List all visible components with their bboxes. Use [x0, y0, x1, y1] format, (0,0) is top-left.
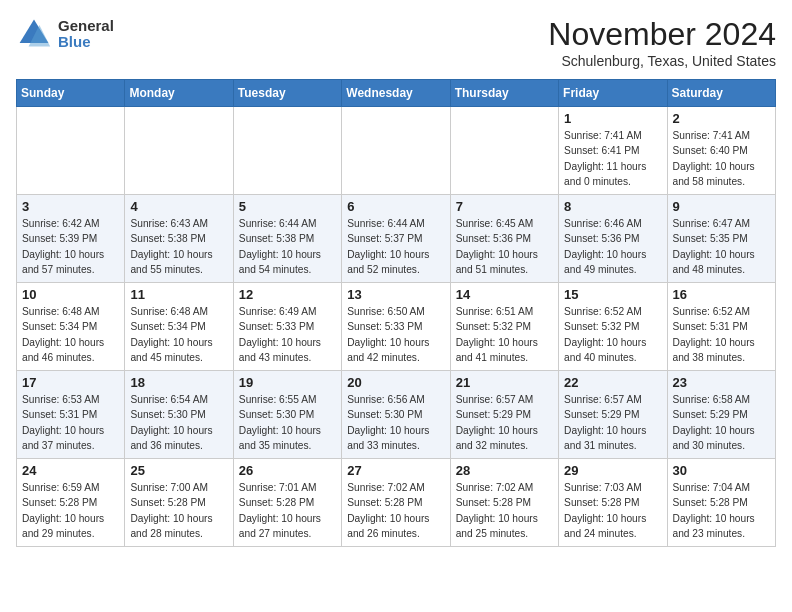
- calendar: SundayMondayTuesdayWednesdayThursdayFrid…: [16, 79, 776, 547]
- day-info: Sunrise: 6:50 AM Sunset: 5:33 PM Dayligh…: [347, 304, 444, 365]
- calendar-cell: 17Sunrise: 6:53 AM Sunset: 5:31 PM Dayli…: [17, 371, 125, 459]
- calendar-cell: 25Sunrise: 7:00 AM Sunset: 5:28 PM Dayli…: [125, 459, 233, 547]
- day-number: 9: [673, 199, 770, 214]
- day-number: 1: [564, 111, 661, 126]
- day-header-sunday: Sunday: [17, 80, 125, 107]
- day-number: 27: [347, 463, 444, 478]
- day-info: Sunrise: 6:48 AM Sunset: 5:34 PM Dayligh…: [22, 304, 119, 365]
- day-info: Sunrise: 7:00 AM Sunset: 5:28 PM Dayligh…: [130, 480, 227, 541]
- title-block: November 2024 Schulenburg, Texas, United…: [548, 16, 776, 69]
- day-number: 5: [239, 199, 336, 214]
- header: General Blue November 2024 Schulenburg, …: [16, 16, 776, 69]
- calendar-cell: 13Sunrise: 6:50 AM Sunset: 5:33 PM Dayli…: [342, 283, 450, 371]
- calendar-cell: [342, 107, 450, 195]
- calendar-cell: 2Sunrise: 7:41 AM Sunset: 6:40 PM Daylig…: [667, 107, 775, 195]
- calendar-cell: 6Sunrise: 6:44 AM Sunset: 5:37 PM Daylig…: [342, 195, 450, 283]
- day-number: 29: [564, 463, 661, 478]
- day-info: Sunrise: 7:01 AM Sunset: 5:28 PM Dayligh…: [239, 480, 336, 541]
- day-header-monday: Monday: [125, 80, 233, 107]
- day-info: Sunrise: 6:57 AM Sunset: 5:29 PM Dayligh…: [564, 392, 661, 453]
- calendar-cell: 22Sunrise: 6:57 AM Sunset: 5:29 PM Dayli…: [559, 371, 667, 459]
- day-number: 24: [22, 463, 119, 478]
- calendar-cell: 27Sunrise: 7:02 AM Sunset: 5:28 PM Dayli…: [342, 459, 450, 547]
- day-info: Sunrise: 6:46 AM Sunset: 5:36 PM Dayligh…: [564, 216, 661, 277]
- calendar-cell: 19Sunrise: 6:55 AM Sunset: 5:30 PM Dayli…: [233, 371, 341, 459]
- logo: General Blue: [16, 16, 114, 52]
- day-number: 28: [456, 463, 553, 478]
- day-header-friday: Friday: [559, 80, 667, 107]
- calendar-cell: 20Sunrise: 6:56 AM Sunset: 5:30 PM Dayli…: [342, 371, 450, 459]
- day-number: 26: [239, 463, 336, 478]
- day-number: 12: [239, 287, 336, 302]
- day-number: 6: [347, 199, 444, 214]
- day-info: Sunrise: 6:43 AM Sunset: 5:38 PM Dayligh…: [130, 216, 227, 277]
- calendar-cell: 3Sunrise: 6:42 AM Sunset: 5:39 PM Daylig…: [17, 195, 125, 283]
- day-info: Sunrise: 6:57 AM Sunset: 5:29 PM Dayligh…: [456, 392, 553, 453]
- calendar-cell: [233, 107, 341, 195]
- day-number: 10: [22, 287, 119, 302]
- day-number: 3: [22, 199, 119, 214]
- day-info: Sunrise: 7:04 AM Sunset: 5:28 PM Dayligh…: [673, 480, 770, 541]
- day-info: Sunrise: 6:58 AM Sunset: 5:29 PM Dayligh…: [673, 392, 770, 453]
- day-info: Sunrise: 6:44 AM Sunset: 5:37 PM Dayligh…: [347, 216, 444, 277]
- calendar-cell: [450, 107, 558, 195]
- calendar-cell: 9Sunrise: 6:47 AM Sunset: 5:35 PM Daylig…: [667, 195, 775, 283]
- day-header-wednesday: Wednesday: [342, 80, 450, 107]
- calendar-cell: 10Sunrise: 6:48 AM Sunset: 5:34 PM Dayli…: [17, 283, 125, 371]
- calendar-cell: 30Sunrise: 7:04 AM Sunset: 5:28 PM Dayli…: [667, 459, 775, 547]
- day-number: 23: [673, 375, 770, 390]
- day-info: Sunrise: 6:53 AM Sunset: 5:31 PM Dayligh…: [22, 392, 119, 453]
- day-info: Sunrise: 6:52 AM Sunset: 5:31 PM Dayligh…: [673, 304, 770, 365]
- calendar-cell: 21Sunrise: 6:57 AM Sunset: 5:29 PM Dayli…: [450, 371, 558, 459]
- calendar-cell: 15Sunrise: 6:52 AM Sunset: 5:32 PM Dayli…: [559, 283, 667, 371]
- day-number: 21: [456, 375, 553, 390]
- day-info: Sunrise: 6:45 AM Sunset: 5:36 PM Dayligh…: [456, 216, 553, 277]
- calendar-cell: 14Sunrise: 6:51 AM Sunset: 5:32 PM Dayli…: [450, 283, 558, 371]
- day-info: Sunrise: 6:56 AM Sunset: 5:30 PM Dayligh…: [347, 392, 444, 453]
- day-number: 17: [22, 375, 119, 390]
- day-info: Sunrise: 6:48 AM Sunset: 5:34 PM Dayligh…: [130, 304, 227, 365]
- day-info: Sunrise: 7:41 AM Sunset: 6:41 PM Dayligh…: [564, 128, 661, 189]
- day-info: Sunrise: 6:52 AM Sunset: 5:32 PM Dayligh…: [564, 304, 661, 365]
- logo-text: General Blue: [58, 18, 114, 51]
- day-info: Sunrise: 7:03 AM Sunset: 5:28 PM Dayligh…: [564, 480, 661, 541]
- logo-icon: [16, 16, 52, 52]
- calendar-cell: 29Sunrise: 7:03 AM Sunset: 5:28 PM Dayli…: [559, 459, 667, 547]
- day-number: 18: [130, 375, 227, 390]
- day-number: 22: [564, 375, 661, 390]
- calendar-week-1: 1Sunrise: 7:41 AM Sunset: 6:41 PM Daylig…: [17, 107, 776, 195]
- calendar-cell: [17, 107, 125, 195]
- calendar-cell: 8Sunrise: 6:46 AM Sunset: 5:36 PM Daylig…: [559, 195, 667, 283]
- calendar-cell: 1Sunrise: 7:41 AM Sunset: 6:41 PM Daylig…: [559, 107, 667, 195]
- calendar-cell: 16Sunrise: 6:52 AM Sunset: 5:31 PM Dayli…: [667, 283, 775, 371]
- calendar-cell: 4Sunrise: 6:43 AM Sunset: 5:38 PM Daylig…: [125, 195, 233, 283]
- day-info: Sunrise: 7:02 AM Sunset: 5:28 PM Dayligh…: [347, 480, 444, 541]
- month-title: November 2024: [548, 16, 776, 53]
- calendar-cell: 18Sunrise: 6:54 AM Sunset: 5:30 PM Dayli…: [125, 371, 233, 459]
- day-header-saturday: Saturday: [667, 80, 775, 107]
- day-info: Sunrise: 6:51 AM Sunset: 5:32 PM Dayligh…: [456, 304, 553, 365]
- logo-general-label: General: [58, 18, 114, 35]
- day-number: 13: [347, 287, 444, 302]
- day-header-tuesday: Tuesday: [233, 80, 341, 107]
- day-number: 16: [673, 287, 770, 302]
- day-number: 19: [239, 375, 336, 390]
- calendar-cell: 7Sunrise: 6:45 AM Sunset: 5:36 PM Daylig…: [450, 195, 558, 283]
- calendar-week-5: 24Sunrise: 6:59 AM Sunset: 5:28 PM Dayli…: [17, 459, 776, 547]
- calendar-week-2: 3Sunrise: 6:42 AM Sunset: 5:39 PM Daylig…: [17, 195, 776, 283]
- day-number: 30: [673, 463, 770, 478]
- day-info: Sunrise: 6:55 AM Sunset: 5:30 PM Dayligh…: [239, 392, 336, 453]
- calendar-week-4: 17Sunrise: 6:53 AM Sunset: 5:31 PM Dayli…: [17, 371, 776, 459]
- calendar-cell: 12Sunrise: 6:49 AM Sunset: 5:33 PM Dayli…: [233, 283, 341, 371]
- day-number: 20: [347, 375, 444, 390]
- day-info: Sunrise: 7:02 AM Sunset: 5:28 PM Dayligh…: [456, 480, 553, 541]
- day-info: Sunrise: 6:54 AM Sunset: 5:30 PM Dayligh…: [130, 392, 227, 453]
- day-header-thursday: Thursday: [450, 80, 558, 107]
- day-number: 25: [130, 463, 227, 478]
- day-info: Sunrise: 7:41 AM Sunset: 6:40 PM Dayligh…: [673, 128, 770, 189]
- day-info: Sunrise: 6:42 AM Sunset: 5:39 PM Dayligh…: [22, 216, 119, 277]
- location: Schulenburg, Texas, United States: [548, 53, 776, 69]
- day-info: Sunrise: 6:44 AM Sunset: 5:38 PM Dayligh…: [239, 216, 336, 277]
- page: General Blue November 2024 Schulenburg, …: [0, 0, 792, 557]
- calendar-cell: 11Sunrise: 6:48 AM Sunset: 5:34 PM Dayli…: [125, 283, 233, 371]
